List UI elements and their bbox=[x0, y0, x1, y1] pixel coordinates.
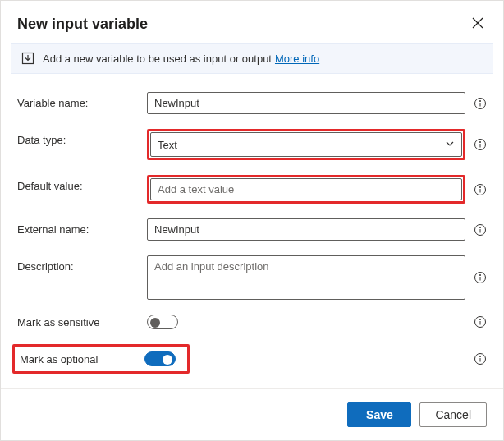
chevron-down-icon bbox=[445, 139, 455, 151]
row-data-type: Data type: Text bbox=[17, 129, 487, 160]
new-input-variable-dialog: New input variable Add a new variable to… bbox=[0, 0, 504, 441]
dialog-title: New input variable bbox=[17, 16, 148, 33]
sensitive-toggle[interactable] bbox=[147, 315, 178, 329]
row-sensitive: Mark as sensitive bbox=[17, 315, 487, 329]
info-icon[interactable] bbox=[474, 352, 487, 365]
info-icon[interactable] bbox=[474, 183, 487, 196]
cancel-button[interactable]: Cancel bbox=[419, 402, 487, 427]
default-value-input[interactable] bbox=[150, 178, 462, 200]
svg-point-12 bbox=[479, 319, 480, 319]
data-type-select[interactable]: Text bbox=[150, 132, 462, 157]
row-default-value: Default value: bbox=[17, 175, 487, 204]
info-banner: Add a new variable to be used as input o… bbox=[11, 43, 493, 74]
close-icon bbox=[472, 17, 483, 31]
row-optional: Mark as optional bbox=[17, 344, 487, 374]
info-banner-text: Add a new variable to be used as input o… bbox=[43, 53, 272, 65]
form-body: Variable name: Data type: Text bbox=[1, 74, 503, 388]
data-type-value: Text bbox=[158, 139, 177, 151]
row-variable-name: Variable name: bbox=[17, 92, 487, 114]
description-input[interactable] bbox=[147, 255, 465, 300]
dialog-header: New input variable bbox=[1, 1, 503, 43]
close-button[interactable] bbox=[469, 14, 487, 34]
svg-point-2 bbox=[479, 100, 480, 101]
svg-point-10 bbox=[479, 274, 480, 275]
label-optional: Mark as optional bbox=[20, 353, 144, 365]
more-info-link[interactable]: More info bbox=[275, 53, 319, 65]
info-icon[interactable] bbox=[474, 315, 487, 328]
row-description: Description: bbox=[17, 255, 487, 300]
info-icon[interactable] bbox=[474, 271, 487, 284]
svg-point-4 bbox=[479, 141, 480, 142]
label-data-type: Data type: bbox=[17, 129, 147, 146]
download-icon bbox=[21, 52, 34, 65]
info-icon[interactable] bbox=[474, 223, 487, 237]
save-button[interactable]: Save bbox=[347, 402, 411, 427]
svg-point-8 bbox=[479, 227, 480, 227]
svg-point-6 bbox=[479, 186, 480, 187]
label-sensitive: Mark as sensitive bbox=[17, 316, 147, 328]
label-default-value: Default value: bbox=[17, 175, 147, 192]
info-icon[interactable] bbox=[474, 97, 487, 110]
dialog-footer: Save Cancel bbox=[1, 388, 503, 440]
variable-name-input[interactable] bbox=[147, 92, 465, 114]
svg-point-14 bbox=[479, 356, 480, 356]
label-description: Description: bbox=[17, 255, 147, 273]
label-external-name: External name: bbox=[17, 218, 147, 236]
label-variable-name: Variable name: bbox=[17, 92, 147, 109]
row-external-name: External name: bbox=[17, 218, 487, 241]
optional-toggle[interactable] bbox=[144, 351, 176, 366]
info-icon[interactable] bbox=[474, 138, 487, 151]
external-name-input[interactable] bbox=[147, 218, 465, 241]
